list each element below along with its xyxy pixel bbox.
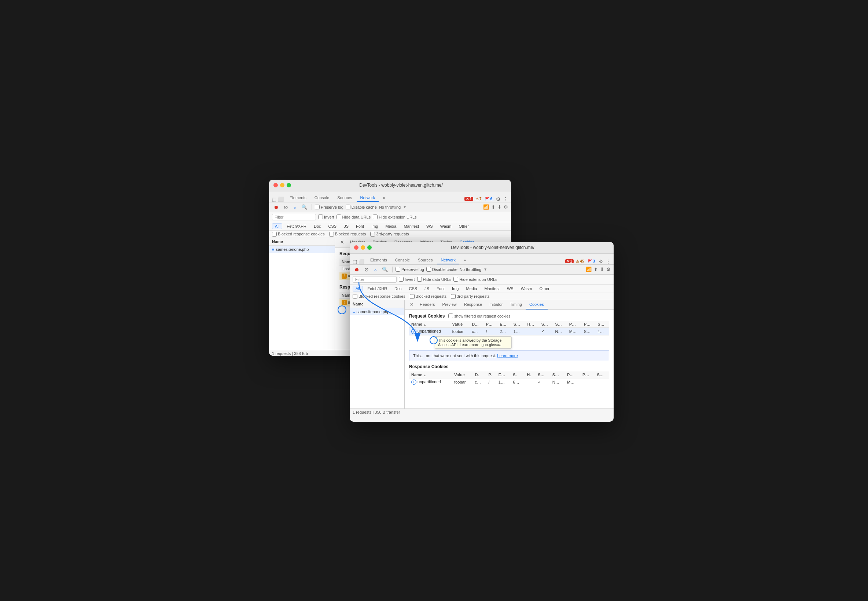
front-type-wasm[interactable]: Wasm	[518, 286, 535, 291]
front-upload-icon[interactable]: ⬆	[594, 267, 598, 272]
back-throttle-select[interactable]: No throttling	[379, 205, 400, 209]
back-disable-cache-checkbox[interactable]	[346, 204, 350, 209]
front-type-doc[interactable]: Doc	[391, 286, 405, 291]
back-type-manifest[interactable]: Manifest	[400, 223, 422, 229]
back-blocked-response-label[interactable]: Blocked response cookies	[272, 232, 325, 236]
back-menu-icon[interactable]: ⋮	[503, 196, 508, 202]
back-close-btn[interactable]: ✕	[338, 238, 346, 247]
back-filter-btn[interactable]: ⬦	[292, 203, 298, 211]
front-invert-checkbox[interactable]	[399, 277, 404, 282]
back-type-doc[interactable]: Doc	[311, 223, 324, 229]
front-blocked-requests-label[interactable]: Blocked requests	[410, 294, 446, 299]
back-upload-icon[interactable]: ⬆	[491, 204, 495, 210]
front-preserve-label[interactable]: Preserve log	[396, 267, 424, 272]
back-request-item[interactable]: ≡ samesitenone.php	[269, 246, 335, 253]
front-clear-btn[interactable]: ⊘	[363, 266, 370, 273]
front-settings-icon[interactable]: ⚙	[598, 259, 603, 264]
front-info-icon[interactable]: i	[411, 329, 416, 334]
front-type-js[interactable]: JS	[422, 286, 432, 291]
back-device-icon[interactable]: ⬜	[278, 197, 284, 202]
back-blocked-response-checkbox[interactable]	[272, 232, 277, 236]
front-filter-btn[interactable]: ⬦	[372, 266, 378, 273]
back-tab-more[interactable]: »	[379, 194, 389, 202]
front-show-filtered-checkbox[interactable]	[448, 314, 453, 318]
front-type-img[interactable]: Img	[449, 286, 461, 291]
front-hide-ext-urls-checkbox[interactable]	[454, 277, 458, 282]
front-blocked-response-label[interactable]: Blocked response cookies	[353, 294, 405, 299]
back-preserve-checkbox[interactable]	[315, 204, 320, 209]
back-search-btn[interactable]: 🔍	[300, 203, 309, 211]
front-resp-cookie-row[interactable]: i unpartitioned foobar c… / 1… 6… ✓	[409, 378, 609, 386]
back-inspect-icon[interactable]: ⬚	[272, 197, 276, 202]
back-clear-btn[interactable]: ⊘	[282, 203, 289, 211]
front-third-party-label[interactable]: 3rd-party requests	[451, 294, 489, 299]
front-detail-tab-cookies[interactable]: Cookies	[525, 300, 548, 310]
front-detail-tab-response[interactable]: Response	[460, 300, 486, 310]
front-type-ws[interactable]: WS	[504, 286, 516, 291]
back-type-img[interactable]: Img	[369, 223, 381, 229]
back-preserve-label[interactable]: Preserve log	[315, 204, 343, 209]
front-request-item[interactable]: ≡ samesitenone.php	[350, 308, 404, 315]
front-red-light[interactable]	[354, 245, 358, 250]
front-hide-ext-urls-label[interactable]: Hide extension URLs	[454, 277, 497, 282]
front-filter-input[interactable]	[353, 276, 397, 283]
front-tab-network[interactable]: Network	[437, 256, 459, 264]
front-detail-tab-timing[interactable]: Timing	[506, 300, 525, 310]
front-detail-tab-headers[interactable]: Headers	[416, 300, 439, 310]
back-type-ws[interactable]: WS	[423, 223, 436, 229]
front-inspect-icon[interactable]: ⬚	[353, 259, 357, 264]
back-hide-ext-urls-checkbox[interactable]	[373, 215, 378, 219]
front-tab-elements[interactable]: Elements	[367, 256, 391, 264]
back-type-js[interactable]: JS	[341, 223, 352, 229]
front-settings2-icon[interactable]: ⚙	[606, 267, 611, 272]
front-resp-info-icon[interactable]: i	[411, 380, 416, 384]
back-blocked-requests-checkbox[interactable]	[329, 232, 334, 236]
back-green-light[interactable]	[287, 183, 291, 188]
front-detail-tab-initiator[interactable]: Initiator	[486, 300, 506, 310]
front-show-filtered-label[interactable]: show filtered out request cookies	[448, 314, 510, 318]
front-req-cookie-row[interactable]: i unpartitioned foobar c… / 2… 1… ✓	[409, 328, 609, 335]
front-type-manifest[interactable]: Manifest	[481, 286, 503, 291]
front-tab-sources[interactable]: Sources	[414, 256, 436, 264]
front-third-party-checkbox[interactable]	[451, 294, 455, 299]
back-type-all[interactable]: All	[272, 223, 282, 229]
front-type-css[interactable]: CSS	[406, 286, 420, 291]
front-search-btn[interactable]: 🔍	[381, 266, 389, 273]
front-detail-tab-preview[interactable]: Preview	[439, 300, 460, 310]
back-type-other[interactable]: Other	[455, 223, 472, 229]
back-invert-checkbox[interactable]	[318, 215, 323, 219]
back-tab-elements[interactable]: Elements	[286, 194, 310, 202]
front-menu-icon[interactable]: ⋮	[606, 259, 611, 264]
back-tab-network[interactable]: Network	[357, 194, 379, 202]
back-third-party-label[interactable]: 3rd-party requests	[370, 232, 409, 236]
front-blocked-response-checkbox[interactable]	[353, 294, 357, 299]
back-disable-cache-label[interactable]: Disable cache	[346, 204, 377, 209]
front-close-btn[interactable]: ✕	[408, 300, 416, 310]
front-yellow-light[interactable]	[361, 245, 365, 250]
front-type-font[interactable]: Font	[434, 286, 448, 291]
back-yellow-light[interactable]	[280, 183, 285, 188]
back-type-media[interactable]: Media	[382, 223, 399, 229]
front-device-icon[interactable]: ⬜	[358, 259, 364, 264]
back-hide-ext-urls-label[interactable]: Hide extension URLs	[373, 215, 416, 219]
front-hide-data-urls-label[interactable]: Hide data URLs	[417, 277, 452, 282]
front-blocked-requests-checkbox[interactable]	[410, 294, 414, 299]
back-filter-input[interactable]	[272, 214, 316, 220]
back-download-icon[interactable]: ⬇	[497, 204, 501, 210]
back-type-fetch[interactable]: Fetch/XHR	[284, 223, 309, 229]
back-tab-sources[interactable]: Sources	[333, 194, 356, 202]
front-preserve-checkbox[interactable]	[396, 267, 400, 272]
front-tab-more[interactable]: »	[460, 256, 469, 264]
back-record-btn[interactable]: ⏺	[272, 203, 280, 211]
back-type-wasm[interactable]: Wasm	[437, 223, 455, 229]
back-type-css[interactable]: CSS	[326, 223, 340, 229]
front-disable-cache-label[interactable]: Disable cache	[426, 267, 457, 272]
back-hide-data-urls-label[interactable]: Hide data URLs	[337, 215, 371, 219]
back-type-font[interactable]: Font	[353, 223, 367, 229]
back-hide-data-urls-checkbox[interactable]	[337, 215, 341, 219]
front-download-icon[interactable]: ⬇	[600, 267, 604, 272]
front-green-light[interactable]	[367, 245, 372, 250]
front-disable-cache-checkbox[interactable]	[426, 267, 431, 272]
back-settings-icon[interactable]: ⚙	[496, 196, 501, 202]
back-third-party-checkbox[interactable]	[370, 232, 375, 236]
